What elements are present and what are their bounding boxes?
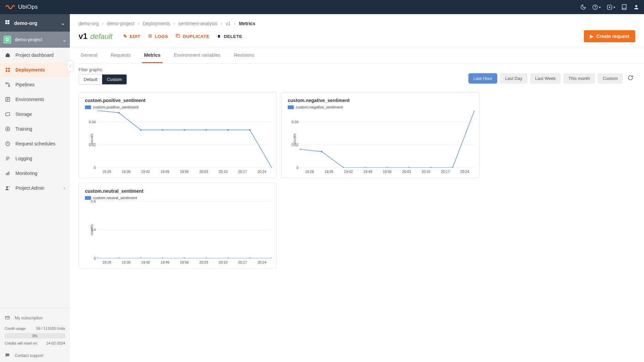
project-selector[interactable]: D demo-project ⌄ bbox=[0, 32, 70, 48]
sidebar-item-storage[interactable]: Storage bbox=[0, 107, 70, 122]
chevron-right-icon: › bbox=[234, 21, 236, 26]
legend-swatch bbox=[85, 196, 91, 200]
tab-metrics[interactable]: Metrics bbox=[142, 48, 163, 63]
svg-point-31 bbox=[249, 129, 250, 131]
svg-point-25 bbox=[118, 112, 120, 114]
help-icon[interactable]: ▾ bbox=[592, 4, 601, 10]
chevron-down-icon: ⌄ bbox=[61, 20, 65, 26]
add-icon[interactable]: ▾ bbox=[607, 4, 615, 10]
breadcrumb-segment[interactable]: sentiment-analysis bbox=[178, 21, 217, 26]
contact-support-link[interactable]: Contact support bbox=[0, 349, 70, 362]
sidebar-collapse-button[interactable]: ‹ bbox=[67, 60, 73, 72]
sidebar-item-admin[interactable]: Project Admin› bbox=[0, 181, 70, 195]
chart-plot: count/s00.020.04 bbox=[300, 110, 474, 168]
theme-toggle-icon[interactable] bbox=[580, 4, 586, 10]
tab-general[interactable]: General bbox=[79, 48, 99, 63]
range-button-custom[interactable]: Custom bbox=[598, 73, 623, 84]
svg-rect-6 bbox=[5, 22, 7, 24]
version-tag: default bbox=[90, 32, 112, 41]
logs-icon bbox=[148, 34, 152, 39]
svg-point-20 bbox=[6, 186, 8, 188]
sidebar-item-pipelines[interactable]: Pipelines bbox=[0, 77, 70, 92]
create-request-button[interactable]: ▶Create request bbox=[584, 30, 635, 42]
chart-card: custom.neutral_sentimentcustom.neutral_s… bbox=[79, 183, 277, 269]
chat-icon bbox=[5, 353, 10, 359]
sidebar-item-training[interactable]: Training bbox=[0, 122, 70, 136]
sidebar-item-logging[interactable]: Logging bbox=[0, 151, 70, 166]
breadcrumb: demo-org›demo-project›Deployments›sentim… bbox=[70, 14, 644, 29]
brand-logo-icon bbox=[5, 4, 15, 10]
filter-segment: Default Custom bbox=[79, 74, 127, 85]
chart-plot: count/s00.020.04 bbox=[97, 110, 272, 168]
logging-icon bbox=[5, 156, 11, 161]
page-header: v1 default ✎EDIT LOGS DUPLICATE DELETE ▶… bbox=[70, 29, 644, 48]
svg-point-24 bbox=[97, 110, 98, 111]
credit-progress-bar: 0% bbox=[5, 333, 65, 338]
range-button-last-day[interactable]: Last Day bbox=[500, 73, 527, 84]
play-icon: ▶ bbox=[590, 34, 594, 39]
sidebar-item-deployments[interactable]: Deployments bbox=[0, 62, 70, 77]
chart-legend: custom.negative_sentiment bbox=[288, 105, 473, 109]
edit-button[interactable]: ✎EDIT bbox=[123, 34, 140, 39]
charts-container: custom.positive_sentimentcustom.positive… bbox=[70, 85, 644, 276]
svg-rect-11 bbox=[8, 70, 10, 72]
range-button-last-hour[interactable]: Last Hour bbox=[468, 73, 497, 84]
pipelines-icon bbox=[5, 82, 11, 87]
chart-plot: count/s00.40.8 bbox=[97, 201, 272, 258]
top-bar: UbiOps ▾ ▾ bbox=[0, 0, 644, 14]
chevron-down-icon: ⌄ bbox=[62, 37, 66, 43]
sidebar-footer: My subscription Credit usage59 / 111520 … bbox=[0, 308, 70, 362]
sidebar-item-dashboard[interactable]: Project dashboard bbox=[0, 48, 70, 62]
filter-default-button[interactable]: Default bbox=[79, 75, 102, 84]
chevron-right-icon: › bbox=[138, 21, 139, 26]
filter-custom-button[interactable]: Custom bbox=[102, 75, 127, 84]
svg-point-29 bbox=[205, 129, 207, 131]
svg-rect-10 bbox=[6, 70, 7, 72]
tab-requests[interactable]: Requests bbox=[109, 48, 133, 63]
credit-reset-label: Credits will reset on: bbox=[5, 341, 38, 345]
org-icon bbox=[5, 19, 10, 26]
svg-point-28 bbox=[184, 129, 185, 131]
project-badge: D bbox=[3, 36, 11, 44]
svg-point-13 bbox=[8, 85, 10, 87]
logs-button[interactable]: LOGS bbox=[148, 34, 168, 39]
breadcrumb-segment[interactable]: demo-project bbox=[107, 21, 135, 26]
sidebar-item-monitoring[interactable]: Monitoring bbox=[0, 166, 70, 181]
svg-rect-17 bbox=[6, 173, 7, 175]
brand-name: UbiOps bbox=[18, 4, 38, 10]
breadcrumb-segment[interactable]: v1 bbox=[226, 21, 231, 26]
delete-button[interactable]: DELETE bbox=[217, 34, 242, 39]
sidebar-item-schedules[interactable]: Request schedules bbox=[0, 136, 70, 151]
user-icon[interactable] bbox=[633, 4, 639, 10]
svg-point-41 bbox=[474, 110, 474, 111]
sidebar-item-environments[interactable]: Environments bbox=[0, 92, 70, 107]
project-name: demo-project bbox=[15, 37, 59, 42]
range-button-this-month[interactable]: This month bbox=[563, 73, 595, 84]
duplicate-button[interactable]: DUPLICATE bbox=[175, 33, 209, 39]
chart-title: custom.negative_sentiment bbox=[288, 98, 473, 103]
chevron-right-icon: › bbox=[174, 21, 175, 26]
svg-rect-8 bbox=[6, 68, 7, 70]
main-content: demo-org›demo-project›Deployments›sentim… bbox=[70, 14, 644, 362]
refresh-icon[interactable] bbox=[626, 73, 635, 84]
svg-point-43 bbox=[118, 258, 120, 258]
subscription-link[interactable]: My subscription bbox=[0, 312, 70, 324]
docs-icon[interactable] bbox=[621, 4, 627, 10]
training-icon bbox=[5, 126, 11, 132]
chart-legend: custom.neutral_sentiment bbox=[85, 196, 270, 200]
credit-reset-value: 14-02-2024 bbox=[46, 341, 65, 345]
duplicate-icon bbox=[175, 33, 180, 39]
breadcrumb-segment[interactable]: demo-org bbox=[79, 21, 99, 26]
breadcrumb-segment[interactable]: Deployments bbox=[143, 21, 170, 26]
org-selector[interactable]: demo-org ⌄ bbox=[0, 14, 70, 32]
svg-point-40 bbox=[452, 167, 453, 168]
tab-revisions[interactable]: Revisions bbox=[232, 48, 257, 63]
tab-environment-variables[interactable]: Environment variables bbox=[172, 48, 223, 63]
range-button-last-week[interactable]: Last Week bbox=[530, 73, 561, 84]
svg-rect-18 bbox=[7, 172, 8, 175]
environments-icon bbox=[5, 97, 11, 102]
svg-point-21 bbox=[9, 186, 10, 187]
breadcrumb-segment: Metrics bbox=[239, 21, 255, 26]
chart-legend: custom.positive_sentiment bbox=[85, 105, 270, 109]
card-icon bbox=[5, 315, 10, 321]
